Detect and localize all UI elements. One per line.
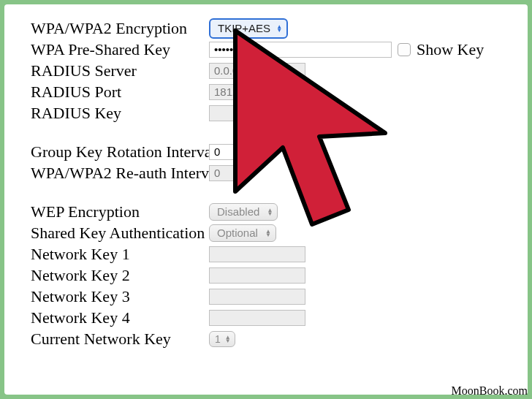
shared-key-auth-value: Optional [217, 227, 258, 239]
wpa-reauth-input[interactable] [209, 165, 242, 181]
radius-server-label: RADIUS Server [31, 61, 209, 80]
watermark: MoonBook.com [452, 384, 528, 398]
radius-port-input[interactable] [209, 84, 291, 100]
radius-key-input[interactable] [209, 105, 305, 121]
shared-key-auth-select[interactable]: Optional ▲▼ [209, 224, 276, 242]
show-key-label: Show Key [417, 40, 484, 59]
shared-key-auth-label: Shared Key Authentication [31, 224, 209, 243]
wpa-encryption-label: WPA/WPA2 Encryption [31, 19, 209, 38]
net-key-3-label: Network Key 3 [31, 287, 209, 306]
radius-port-label: RADIUS Port [31, 83, 209, 102]
select-arrows-icon: ▲▼ [225, 335, 231, 343]
current-net-key-select[interactable]: 1 ▲▼ [209, 331, 235, 347]
radius-key-label: RADIUS Key [31, 104, 209, 123]
wpa-encryption-value: TKIP+AES [218, 22, 270, 34]
wpa-psk-input[interactable] [209, 42, 392, 58]
group-key-rotation-label: Group Key Rotation Interval [31, 142, 209, 162]
wep-encryption-value: Disabled [217, 205, 259, 218]
wpa-reauth-label: WPA/WPA2 Re-auth Interval [31, 164, 209, 183]
net-key-1-label: Network Key 1 [31, 245, 209, 264]
net-key-4-input[interactable] [209, 310, 305, 326]
wpa-psk-label: WPA Pre-Shared Key [31, 40, 209, 59]
net-key-4-label: Network Key 4 [31, 308, 209, 327]
net-key-3-input[interactable] [209, 289, 305, 305]
select-arrows-icon: ▲▼ [265, 229, 271, 237]
show-key-checkbox[interactable] [398, 43, 411, 56]
group-key-rotation-input[interactable] [209, 144, 242, 160]
radius-server-input[interactable] [209, 63, 305, 79]
select-arrows-icon: ▲▼ [276, 25, 282, 32]
current-net-key-value: 1 [215, 333, 221, 345]
net-key-2-input[interactable] [209, 267, 305, 284]
select-arrows-icon: ▲▼ [267, 208, 273, 216]
wep-encryption-select[interactable]: Disabled ▲▼ [209, 203, 278, 221]
wpa-encryption-select[interactable]: TKIP+AES ▲▼ [209, 18, 288, 39]
current-net-key-label: Current Network Key [31, 330, 209, 349]
net-key-2-label: Network Key 2 [31, 266, 209, 285]
net-key-1-input[interactable] [209, 246, 305, 262]
wep-encryption-label: WEP Encryption [31, 202, 209, 221]
